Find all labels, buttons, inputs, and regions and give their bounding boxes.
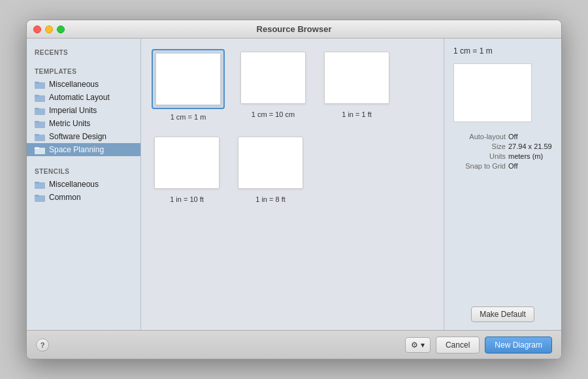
folder-icon	[35, 193, 45, 202]
sidebar-item-automatic-layout[interactable]: Automatic Layout	[27, 91, 140, 104]
gear-button[interactable]: ⚙ ▾	[405, 337, 431, 353]
detail-preview-thumbnail	[453, 63, 532, 122]
template-label-4: 1 in = 10 ft	[170, 195, 204, 203]
main-content: 1 cm = 1 m 1 cm = 10 cm 1 in = 1 ft	[141, 39, 561, 330]
sidebar-label-miscellaneous: Miscellaneous	[49, 80, 99, 89]
sidebar: RECENTS TEMPLATES Miscellaneous Automati…	[27, 39, 141, 330]
template-label-2: 1 cm = 10 cm	[252, 110, 295, 118]
sidebar-item-miscellaneous[interactable]: Miscellaneous	[27, 78, 140, 91]
detail-val-snap: Off	[508, 162, 517, 170]
detail-properties: Auto-layout Off Size 27.94 x 21.59 Units…	[453, 133, 552, 170]
template-thumbnail-1	[155, 53, 221, 105]
make-default-area: Make Default	[453, 306, 552, 322]
sidebar-label-common: Common	[49, 193, 81, 202]
folder-icon	[35, 146, 45, 154]
folder-icon	[35, 80, 45, 89]
template-thumb-wrapper-2	[238, 49, 308, 107]
template-thumb-wrapper-5	[235, 134, 306, 191]
detail-val-autolayout: Off	[508, 133, 517, 140]
template-item-1[interactable]: 1 cm = 1 m	[152, 49, 225, 121]
detail-key-size: Size	[453, 142, 506, 150]
sidebar-label-space-planning: Space Planning	[49, 145, 104, 154]
detail-key-units: Units	[453, 152, 506, 160]
template-item-2[interactable]: 1 cm = 10 cm	[238, 49, 308, 121]
detail-scale-label: 1 cm = 1 m	[453, 46, 552, 56]
traffic-lights	[33, 25, 65, 33]
resource-browser-window: Resource Browser RECENTS TEMPLATES Misce…	[26, 20, 562, 359]
detail-row-autolayout: Auto-layout Off	[453, 133, 552, 140]
minimize-button[interactable]	[45, 25, 53, 33]
detail-key-autolayout: Auto-layout	[453, 133, 506, 140]
svg-rect-3	[35, 95, 39, 97]
window-body: RECENTS TEMPLATES Miscellaneous Automati…	[27, 39, 561, 330]
recents-label: RECENTS	[27, 45, 140, 59]
template-item-3[interactable]: 1 in = 1 ft	[321, 49, 392, 121]
chevron-down-icon: ▾	[421, 340, 425, 350]
template-grid: 1 cm = 1 m 1 cm = 10 cm 1 in = 1 ft	[141, 39, 444, 330]
detail-key-snap: Snap to Grid	[453, 162, 506, 170]
detail-val-size: 27.94 x 21.59	[508, 142, 552, 150]
svg-rect-5	[35, 108, 39, 110]
make-default-button[interactable]: Make Default	[471, 306, 534, 322]
folder-icon	[35, 133, 45, 141]
template-label-3: 1 in = 1 ft	[342, 110, 372, 118]
svg-rect-13	[35, 182, 39, 184]
template-label-5: 1 in = 8 ft	[255, 195, 286, 203]
sidebar-item-software-design[interactable]: Software Design	[27, 130, 140, 143]
detail-row-snap: Snap to Grid Off	[453, 162, 552, 170]
window-title: Resource Browser	[257, 24, 332, 34]
detail-val-units: meters (m)	[508, 152, 543, 160]
template-item-5[interactable]: 1 in = 8 ft	[235, 134, 306, 203]
folder-icon	[35, 93, 45, 102]
svg-rect-15	[35, 195, 39, 197]
folder-icon	[35, 180, 45, 189]
stencils-label: STENCILS	[27, 164, 140, 178]
maximize-button[interactable]	[57, 25, 65, 33]
new-diagram-button[interactable]: New Diagram	[485, 337, 552, 354]
template-item-4[interactable]: 1 in = 10 ft	[152, 134, 222, 203]
detail-panel: 1 cm = 1 m Auto-layout Off Size 27.94 x …	[444, 39, 561, 330]
sidebar-label-imperial-units: Imperial Units	[49, 106, 97, 115]
sidebar-label-automatic-layout: Automatic Layout	[49, 93, 110, 102]
svg-rect-11	[35, 147, 39, 149]
template-label-1: 1 cm = 1 m	[171, 113, 206, 121]
template-thumbnail-5	[238, 137, 303, 189]
help-button[interactable]: ?	[36, 338, 49, 352]
sidebar-item-metric-units[interactable]: Metric Units	[27, 117, 140, 130]
folder-icon	[35, 107, 45, 115]
svg-rect-9	[35, 134, 39, 136]
sidebar-item-imperial-units[interactable]: Imperial Units	[27, 104, 140, 117]
template-thumbnail-3	[324, 52, 389, 104]
folder-icon	[35, 120, 45, 128]
sidebar-item-common[interactable]: Common	[27, 191, 140, 204]
sidebar-label-stencil-misc: Miscellaneous	[49, 180, 99, 189]
template-thumbnail-2	[240, 52, 306, 104]
template-thumbnail-4	[154, 137, 220, 189]
detail-row-size: Size 27.94 x 21.59	[453, 142, 552, 150]
bottom-bar: ? ⚙ ▾ Cancel New Diagram	[27, 330, 561, 359]
detail-row-units: Units meters (m)	[453, 152, 552, 160]
titlebar: Resource Browser	[27, 20, 561, 39]
template-thumb-wrapper-1	[152, 49, 225, 109]
templates-label: TEMPLATES	[27, 64, 140, 78]
cancel-button[interactable]: Cancel	[436, 337, 480, 354]
sidebar-label-software-design: Software Design	[49, 132, 106, 141]
sidebar-item-space-planning[interactable]: Space Planning	[27, 143, 140, 156]
close-button[interactable]	[33, 25, 41, 33]
template-thumb-wrapper-3	[321, 49, 392, 107]
svg-rect-7	[35, 121, 39, 123]
sidebar-item-stencil-misc[interactable]: Miscellaneous	[27, 178, 140, 191]
svg-rect-1	[35, 82, 39, 84]
template-thumb-wrapper-4	[152, 134, 222, 191]
gear-icon: ⚙	[411, 340, 418, 350]
sidebar-label-metric-units: Metric Units	[49, 119, 90, 128]
